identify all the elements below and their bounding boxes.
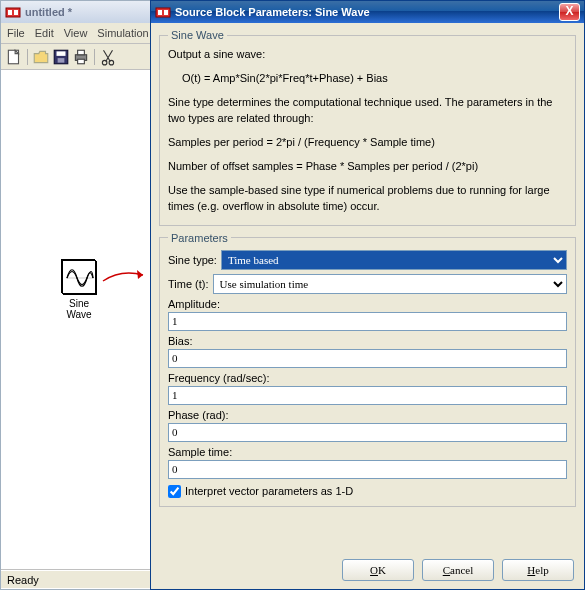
sine-wave-legend: Sine Wave xyxy=(168,29,227,41)
phase-input[interactable] xyxy=(168,423,567,442)
desc-line: Number of offset samples = Phase * Sampl… xyxy=(168,159,567,175)
simulink-icon xyxy=(155,4,171,20)
cancel-button[interactable]: Cancel xyxy=(422,559,494,581)
sample-time-input[interactable] xyxy=(168,460,567,479)
pointer-arrow-icon xyxy=(101,267,151,287)
ok-button[interactable]: OK xyxy=(342,559,414,581)
menu-edit[interactable]: Edit xyxy=(31,25,58,41)
interpret-vector-checkbox[interactable] xyxy=(168,485,181,498)
interpret-vector-label: Interpret vector parameters as 1-D xyxy=(185,485,353,497)
amplitude-input[interactable] xyxy=(168,312,567,331)
cut-icon[interactable] xyxy=(99,48,117,66)
menu-file[interactable]: File xyxy=(3,25,29,41)
frequency-label: Frequency (rad/sec): xyxy=(168,372,567,384)
dialog-body: Sine Wave Output a sine wave: O(t) = Amp… xyxy=(151,23,584,589)
svg-rect-1 xyxy=(8,10,12,15)
open-icon[interactable] xyxy=(32,48,50,66)
simulink-icon xyxy=(5,4,21,20)
phase-field: Phase (rad): xyxy=(168,409,567,442)
phase-label: Phase (rad): xyxy=(168,409,567,421)
sine-wave-description: Output a sine wave: O(t) = Amp*Sin(2*pi*… xyxy=(168,47,567,215)
bias-input[interactable] xyxy=(168,349,567,368)
svg-rect-9 xyxy=(78,59,85,64)
desc-line: Samples per period = 2*pi / (Frequency *… xyxy=(168,135,567,151)
status-text: Ready xyxy=(7,574,39,586)
button-row: OK Cancel Help xyxy=(342,559,574,581)
sine-type-select[interactable]: Time based xyxy=(221,250,567,270)
new-icon[interactable] xyxy=(5,48,23,66)
close-button[interactable]: X xyxy=(559,3,580,21)
svg-rect-5 xyxy=(57,51,66,56)
block-label: Sine Wave xyxy=(56,298,102,320)
desc-line: Use the sample-based sine type if numeri… xyxy=(168,183,567,215)
model-statusbar: Ready xyxy=(1,570,154,588)
menu-simulation[interactable]: Simulation xyxy=(93,25,152,41)
toolbar-separator xyxy=(27,49,28,65)
model-menubar: File Edit View Simulation xyxy=(1,23,154,44)
bias-label: Bias: xyxy=(168,335,567,347)
svg-marker-13 xyxy=(137,270,143,279)
help-button[interactable]: Help xyxy=(502,559,574,581)
sample-time-field: Sample time: xyxy=(168,446,567,479)
sine-type-row: Sine type: Time based xyxy=(168,250,567,270)
toolbar-separator xyxy=(94,49,95,65)
parameters-legend: Parameters xyxy=(168,232,231,244)
svg-point-11 xyxy=(109,60,114,65)
time-t-label: Time (t): xyxy=(168,278,209,290)
time-t-select[interactable]: Use simulation time xyxy=(213,274,567,294)
source-block-parameters-dialog: Source Block Parameters: Sine Wave X Sin… xyxy=(150,0,585,590)
svg-rect-6 xyxy=(58,58,65,63)
dialog-title: Source Block Parameters: Sine Wave xyxy=(175,6,370,18)
model-toolbar xyxy=(1,44,154,70)
bias-field: Bias: xyxy=(168,335,567,368)
amplitude-label: Amplitude: xyxy=(168,298,567,310)
svg-point-10 xyxy=(102,60,107,65)
print-icon[interactable] xyxy=(72,48,90,66)
svg-rect-15 xyxy=(158,10,162,15)
amplitude-field: Amplitude: xyxy=(168,298,567,331)
desc-formula: O(t) = Amp*Sin(2*pi*Freq*t+Phase) + Bias xyxy=(168,71,567,87)
sine-wave-block-icon xyxy=(62,260,96,294)
sine-type-label: Sine type: xyxy=(168,254,217,266)
model-titlebar: untitled * xyxy=(1,1,154,23)
parameters-group: Parameters Sine type: Time based Time (t… xyxy=(159,232,576,507)
save-icon[interactable] xyxy=(52,48,70,66)
desc-line: Output a sine wave: xyxy=(168,47,567,63)
dialog-titlebar: Source Block Parameters: Sine Wave X xyxy=(151,1,584,23)
close-icon: X xyxy=(565,4,573,18)
model-canvas[interactable]: Sine Wave xyxy=(1,70,154,570)
svg-rect-2 xyxy=(14,10,18,15)
menu-view[interactable]: View xyxy=(60,25,92,41)
svg-rect-8 xyxy=(78,50,85,55)
model-window: untitled * File Edit View Simulation Sin… xyxy=(0,0,155,590)
desc-line: Sine type determines the computational t… xyxy=(168,95,567,127)
sine-wave-block[interactable]: Sine Wave xyxy=(56,260,102,320)
frequency-input[interactable] xyxy=(168,386,567,405)
sine-wave-group: Sine Wave Output a sine wave: O(t) = Amp… xyxy=(159,29,576,226)
model-title: untitled * xyxy=(25,6,72,18)
interpret-vector-row: Interpret vector parameters as 1-D xyxy=(168,485,567,498)
frequency-field: Frequency (rad/sec): xyxy=(168,372,567,405)
svg-rect-16 xyxy=(164,10,168,15)
sample-time-label: Sample time: xyxy=(168,446,567,458)
time-t-row: Time (t): Use simulation time xyxy=(168,274,567,294)
